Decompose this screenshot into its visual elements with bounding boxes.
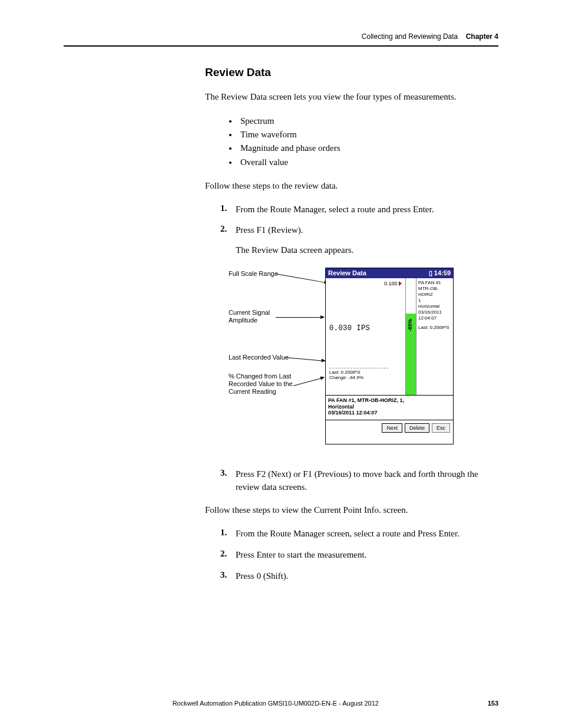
step-number: 3. — [220, 570, 236, 583]
step-item: 2. Press Enter to start the measurement. — [220, 549, 498, 562]
full-scale-value: 0.100 — [326, 278, 405, 286]
info-line: 03/16/2011 12:04:07 — [328, 410, 451, 416]
steps-list-1b: 3. Press F2 (Next) or F1 (Previous) to m… — [220, 468, 498, 494]
device-time-value: 14:59 — [434, 269, 451, 276]
device-bar-column: -85% — [406, 278, 416, 395]
step-number: 1. — [220, 528, 236, 541]
header-rule — [64, 45, 498, 47]
callout-arrow — [285, 357, 325, 361]
callout-arrow — [276, 274, 328, 284]
list-item: Spectrum — [238, 114, 498, 128]
info-line: Horizontal — [328, 404, 451, 410]
last-change-block: Last: 0.200IPS Change: -84.9% — [329, 368, 388, 381]
next-button[interactable]: Next — [382, 423, 402, 433]
info-line: PA FAN #1, MTR-OB-HORIZ, 1, — [328, 397, 451, 404]
device-time: ▯ 14:59 — [429, 269, 451, 277]
scale-arrow-icon — [399, 281, 402, 286]
device-title-text: Review Data — [328, 269, 366, 277]
publication-info: Rockwell Automation Publication GMSI10-U… — [64, 700, 488, 707]
callout-line: % Changed from Last — [229, 373, 291, 380]
device-titlebar: Review Data ▯ 14:59 — [326, 268, 453, 278]
callout-line: Current Reading — [229, 388, 276, 395]
step-number: 1. — [220, 203, 236, 216]
callout-pct-changed: % Changed from Last Recorded Value to th… — [229, 373, 293, 396]
side-line: MTR-OB-HORIZ — [418, 286, 451, 298]
callout-last-recorded: Last Recorded Value — [229, 354, 289, 361]
list-item: Time waveform — [238, 128, 498, 141]
step-number: 2. — [220, 549, 236, 562]
step-item: 3. Press 0 (Shift). — [220, 570, 498, 583]
list-item: Overall value — [238, 156, 498, 169]
side-line: 1 — [418, 298, 451, 304]
step-text: Press F1 (Review). The Review Data scree… — [236, 224, 353, 257]
page-header: Collecting and Reviewing Data Chapter 4 — [64, 32, 498, 47]
side-line: 03/16/2011 — [418, 309, 451, 315]
section-title: Review Data — [205, 66, 498, 79]
side-line: PA FAN #1 — [418, 280, 451, 286]
callout-line: Amplitude — [229, 317, 257, 324]
callout-line: Recorded Value to the — [229, 380, 293, 387]
steps-intro: Follow these steps to the review data. — [205, 180, 498, 193]
step-item: 2. Press F1 (Review). The Review Data sc… — [220, 224, 498, 257]
step-text: From the Route Manager screen, select a … — [236, 528, 459, 541]
step-item: 1. From the Route Manager, select a rout… — [220, 203, 498, 216]
callout-line: Current Signal — [229, 309, 270, 316]
review-data-figure: Full Scale Range Current Signal Amplitud… — [229, 268, 498, 453]
callout-arrow — [276, 317, 324, 318]
callout-full-scale: Full Scale Range — [229, 270, 278, 278]
step-text: Press 0 (Shift). — [236, 570, 289, 583]
side-line: Last: 0.200IPS — [418, 325, 451, 331]
step-text: Press Enter to start the measurement. — [236, 549, 366, 562]
intro-paragraph: The Review Data screen lets you view the… — [205, 91, 498, 104]
device-info-bar: PA FAN #1, MTR-OB-HORIZ, 1, Horizontal 0… — [326, 395, 453, 420]
callout-amplitude: Current Signal Amplitude — [229, 309, 270, 324]
callout-arrow — [293, 377, 324, 386]
step-sub-text: The Review Data screen appears. — [236, 244, 353, 257]
device-side-panel: PA FAN #1 MTR-OB-HORIZ 1 Horizontal 03/1… — [416, 278, 453, 395]
last-value: Last: 0.200IPS — [329, 370, 360, 375]
device-button-row: Next Delete Esc — [326, 420, 453, 436]
delete-button[interactable]: Delete — [405, 423, 429, 433]
step-item: 1. From the Route Manager screen, select… — [220, 528, 498, 541]
device-left-panel: 0.100 0.030 IPS Last: 0.200IPS Change: -… — [326, 278, 406, 395]
step-text: Press F2 (Next) or F1 (Previous) to move… — [236, 468, 498, 494]
steps-list-1: 1. From the Route Manager, select a rout… — [220, 203, 498, 257]
device-screenshot: Review Data ▯ 14:59 0.100 0.030 IPS Last… — [325, 268, 454, 444]
side-line: Horizontal — [418, 304, 451, 309]
page-footer: Rockwell Automation Publication GMSI10-U… — [64, 700, 498, 707]
step-number: 2. — [220, 224, 236, 257]
header-section: Collecting and Reviewing Data — [362, 32, 458, 41]
main-content: Review Data The Review Data screen lets … — [205, 66, 498, 593]
side-line: 12:04:07 — [418, 315, 451, 321]
bar-percent-label: -85% — [407, 319, 413, 331]
step-main-text: Press F1 (Review). — [236, 225, 303, 235]
change-value: Change: -84.9% — [329, 375, 363, 380]
amplitude-value: 0.030 IPS — [329, 324, 370, 332]
step-number: 3. — [220, 468, 236, 494]
steps2-intro: Follow these steps to view the Current P… — [205, 504, 498, 517]
step-item: 3. Press F2 (Next) or F1 (Previous) to m… — [220, 468, 498, 494]
esc-button[interactable]: Esc — [432, 423, 450, 433]
steps-list-2: 1. From the Route Manager screen, select… — [220, 528, 498, 582]
list-item: Magnitude and phase orders — [238, 141, 498, 155]
header-chapter: Chapter 4 — [466, 32, 498, 41]
page-number: 153 — [488, 700, 498, 707]
step-text: From the Route Manager, select a route a… — [236, 203, 434, 216]
measurement-types-list: Spectrum Time waveform Magnitude and pha… — [238, 114, 498, 169]
